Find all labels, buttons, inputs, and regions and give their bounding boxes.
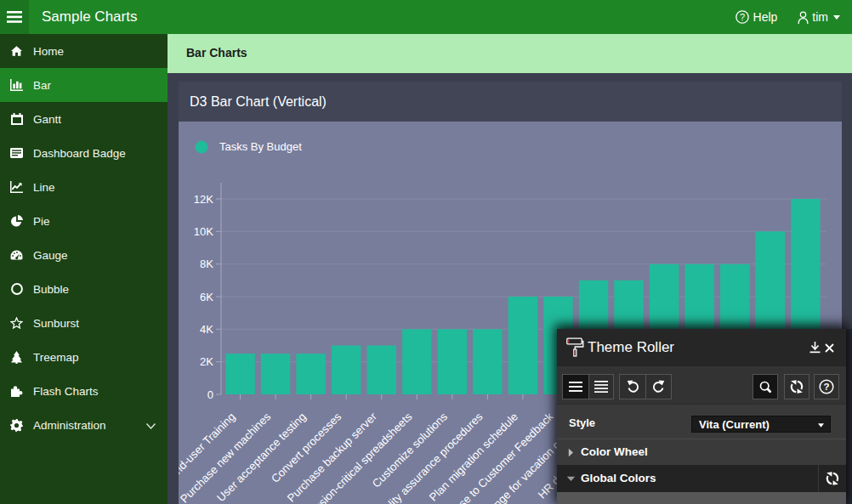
svg-text:6K: 6K (200, 291, 213, 303)
svg-text:12K: 12K (194, 193, 213, 206)
svg-text:10K: 10K (194, 225, 213, 238)
svg-text:4K: 4K (200, 323, 213, 336)
svg-text:8K: 8K (200, 258, 213, 270)
svg-text:?: ? (823, 382, 829, 392)
svg-text:0: 0 (207, 388, 213, 401)
svg-text:2K: 2K (200, 355, 213, 368)
svg-text:?: ? (739, 12, 744, 22)
